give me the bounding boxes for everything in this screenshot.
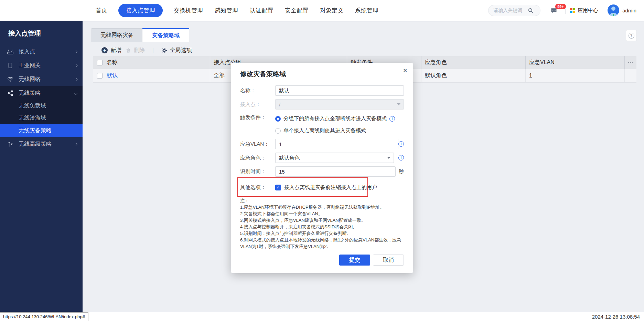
sidebar-item-industrial-gateway[interactable]: 工业网关 xyxy=(0,59,83,72)
info-icon[interactable]: i xyxy=(389,116,395,122)
user-menu[interactable]: admin xyxy=(608,4,636,16)
policy-nodes-icon xyxy=(7,90,14,96)
notes-title: 注： xyxy=(240,197,404,204)
tab-disaster-policy-domain[interactable]: 灾备策略域 xyxy=(142,28,189,42)
time-label: 识别时间： xyxy=(240,168,275,175)
close-icon[interactable]: × xyxy=(403,67,407,74)
radio-unselected-icon[interactable] xyxy=(275,128,281,134)
nav-item-security-config[interactable]: 安全配置 xyxy=(284,4,309,17)
radio-option-label: 单个接入点离线则使其进入灾备模式 xyxy=(283,127,366,134)
emergency-role-select[interactable]: 默认角色 xyxy=(275,153,394,163)
dialog-title: 修改灾备策略域 xyxy=(240,70,404,79)
sidebar-item-wireless-disaster-policy[interactable]: 无线灾备策略 xyxy=(0,124,83,137)
toolbar: + 新增 删除 | 全局选项 xyxy=(101,45,192,56)
sidebar-item-label: 工业网关 xyxy=(19,62,41,69)
sidebar-item-label: 无线策略 xyxy=(19,90,41,97)
delete-label: 删除 xyxy=(134,47,145,54)
emergency-role-value: 默认角色 xyxy=(279,155,300,161)
sidebar-item-wireless-network[interactable]: 无线网络 xyxy=(0,72,83,86)
role-field-row: 应急角色： 默认角色 i xyxy=(240,153,404,163)
help-button[interactable]: ? xyxy=(626,30,636,41)
footer-bar: 2024-12-26 13:08:54 xyxy=(0,312,644,321)
add-button[interactable]: + 新增 xyxy=(101,47,121,54)
checked-checkbox-icon[interactable]: ✓ xyxy=(275,185,281,190)
sidebar-item-wireless-roaming-domain[interactable]: 无线漫游域 xyxy=(0,112,83,124)
toolbar-divider: | xyxy=(152,48,154,53)
top-navigation-bar: 首页 接入点管理 交换机管理 感知管理 认证配置 安全配置 对象定义 系统管理 … xyxy=(0,0,644,21)
radio-option-group-all[interactable]: 分组下的所有接入点全部断线才进入灾备模式 i xyxy=(275,115,395,122)
radio-selected-icon[interactable] xyxy=(275,116,281,122)
nav-item-home[interactable]: 首页 xyxy=(95,4,108,17)
main-nav: 首页 接入点管理 交换机管理 感知管理 认证配置 安全配置 对象定义 系统管理 xyxy=(95,4,379,17)
detect-time-input[interactable] xyxy=(275,166,396,177)
row-checkbox-cell xyxy=(93,69,107,82)
column-header-name[interactable]: 名称 xyxy=(107,56,210,69)
global-options-label: 全局选项 xyxy=(170,47,192,54)
nav-item-object-definition[interactable]: 对象定义 xyxy=(319,4,344,17)
other-options-row: 其他选项： ✓ 接入点离线进灾备前注销接入点上的用户 xyxy=(240,182,404,193)
policy-name-link[interactable]: 默认 xyxy=(107,72,118,79)
access-point-select: / xyxy=(275,99,404,110)
sidebar-item-wireless-load-domain[interactable]: 无线负载域 xyxy=(0,100,83,112)
cancel-button[interactable]: 取消 xyxy=(373,255,404,266)
sidebar-item-label: 无线网络 xyxy=(19,76,41,83)
trigger-radio-group: 分组下的所有接入点全部断线才进入灾备模式 i 单个接入点离线则使其进入灾备模式 xyxy=(275,114,395,134)
app-grid-icon xyxy=(570,8,575,13)
row-checkbox[interactable] xyxy=(97,73,103,79)
search-input[interactable] xyxy=(493,8,528,13)
emergency-vlan-input[interactable] xyxy=(275,139,398,149)
username: admin xyxy=(622,8,636,13)
trigger-label: 触发条件： xyxy=(240,114,275,121)
note-line: 5.识别时间：接入点与控制器断开多久后进行灾备判断。 xyxy=(240,230,404,237)
notification-badge: 99+ xyxy=(555,4,566,9)
caret-down-icon xyxy=(397,103,400,105)
delete-button[interactable]: 删除 xyxy=(126,47,145,54)
chevron-right-icon xyxy=(74,64,78,67)
sidebar-item-access-point[interactable]: 接入点 xyxy=(0,45,83,59)
search-icon[interactable] xyxy=(528,8,534,13)
radio-option-label: 分组下的所有接入点全部断线才进入灾备模式 xyxy=(283,115,387,122)
search-box[interactable] xyxy=(488,5,540,16)
chevron-down-icon xyxy=(74,91,78,95)
nav-item-switch-mgmt[interactable]: 交换机管理 xyxy=(173,4,204,17)
cell-emergency-vlan: 1 xyxy=(525,69,624,82)
radio-option-single[interactable]: 单个接入点离线则使其进入灾备模式 xyxy=(275,127,395,134)
note-line: 2.灾备模式下都会使用同一个灾备VLAN。 xyxy=(240,210,404,217)
nav-item-access-point-mgmt[interactable]: 接入点管理 xyxy=(118,4,163,17)
app-center-button[interactable]: 应用中心 xyxy=(570,7,598,14)
plus-icon: + xyxy=(101,47,108,53)
submit-button[interactable]: 提交 xyxy=(339,255,370,266)
tab-wireless-network-disaster[interactable]: 无线网络灾备 xyxy=(92,28,142,42)
nav-item-sensing-mgmt[interactable]: 感知管理 xyxy=(214,4,239,17)
nav-item-auth-config[interactable]: 认证配置 xyxy=(249,4,274,17)
info-icon[interactable]: i xyxy=(398,141,404,147)
notifications-button[interactable]: 99+ xyxy=(550,5,561,15)
divider xyxy=(545,7,545,14)
select-all-checkbox[interactable] xyxy=(97,60,103,65)
column-settings-icon[interactable] xyxy=(628,62,633,63)
column-header-emergency-role[interactable]: 应急角色 xyxy=(421,56,525,69)
edit-disaster-policy-dialog: 修改灾备策略域 × 名称： 接入点： / 触发条件： 分组下的所有接入点全部断线… xyxy=(231,63,413,273)
sidebar-item-wireless-policy[interactable]: 无线策略 xyxy=(0,86,83,100)
cell-name: 默认 xyxy=(107,69,210,82)
time-unit: 秒 xyxy=(399,168,404,175)
nav-item-system-mgmt[interactable]: 系统管理 xyxy=(354,4,379,17)
app-center-label: 应用中心 xyxy=(578,7,598,14)
name-input[interactable] xyxy=(275,85,404,96)
note-line: 6.对网关模式的接入点且本地转发的无线网络，除1之外的应急VLAN都生效，应急V… xyxy=(240,237,404,250)
sidebar-item-label: 无线高级策略 xyxy=(19,141,52,148)
gear-icon xyxy=(161,48,167,53)
access-point-icon xyxy=(7,48,14,55)
wifi-icon xyxy=(7,76,14,83)
info-icon[interactable]: i xyxy=(398,155,404,160)
name-label: 名称： xyxy=(240,87,275,94)
system-timestamp: 2024-12-26 13:08:54 xyxy=(592,314,640,320)
global-options-button[interactable]: 全局选项 xyxy=(161,47,192,54)
sidebar: 接入点管理 接入点 工业网关 无线网络 无线策略 无线负载域 无线漫游域 无线 xyxy=(0,21,83,312)
other-option-text: 接入点离线进灾备前注销接入点上的用户 xyxy=(284,184,377,191)
access-point-label: 接入点： xyxy=(240,101,275,108)
column-header-emergency-vlan[interactable]: 应急VLAN xyxy=(525,56,624,69)
role-label: 应急角色： xyxy=(240,155,275,161)
sidebar-item-wireless-advanced-policy[interactable]: 无线高级策略 xyxy=(0,137,83,151)
trash-icon xyxy=(126,48,131,53)
